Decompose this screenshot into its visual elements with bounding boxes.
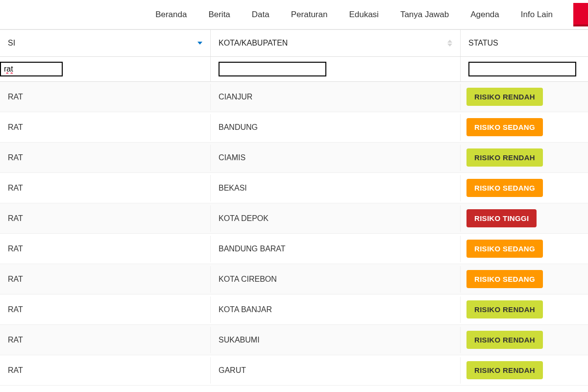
nav-red-button[interactable] <box>573 3 588 26</box>
header-kota-label: KOTA/KABUPATEN <box>219 39 288 48</box>
cell-provinsi: RAT <box>0 296 211 323</box>
cell-provinsi: RAT <box>0 175 211 201</box>
cell-provinsi: RAT <box>0 205 211 232</box>
cell-provinsi: RAT <box>0 114 211 141</box>
cell-status: RISIKO SEDANG <box>461 264 588 294</box>
table-row: RATCIAMISRISIKO RENDAH <box>0 143 588 173</box>
cell-provinsi: RAT <box>0 84 211 110</box>
cell-kota: KOTA BANJAR <box>211 296 461 323</box>
table-row: RATKOTA BANJARRISIKO RENDAH <box>0 294 588 325</box>
sort-both-icon <box>447 40 452 47</box>
table-row: RATBANDUNGRISIKO SEDANG <box>0 112 588 143</box>
table-row: RATKOTA DEPOKRISIKO TINGGI <box>0 203 588 234</box>
filter-row <box>0 57 588 82</box>
cell-status: RISIKO RENDAH <box>461 325 588 355</box>
status-badge[interactable]: RISIKO TINGGI <box>466 209 537 227</box>
nav-link-agenda[interactable]: Agenda <box>460 0 510 29</box>
cell-kota: GARUT <box>211 357 461 384</box>
status-badge[interactable]: RISIKO SEDANG <box>466 270 543 288</box>
cell-status: RISIKO RENDAH <box>461 143 588 172</box>
status-badge[interactable]: RISIKO SEDANG <box>466 179 543 197</box>
cell-status: RISIKO TINGGI <box>461 203 588 233</box>
cell-kota: BANDUNG <box>211 114 461 141</box>
filter-input-status[interactable] <box>468 62 576 76</box>
top-navbar: BerandaBeritaDataPeraturanEdukasiTanya J… <box>0 0 588 29</box>
filter-cell-kota <box>211 57 461 81</box>
header-provinsi[interactable]: SI <box>0 30 211 56</box>
nav-link-peraturan[interactable]: Peraturan <box>280 0 339 29</box>
header-provinsi-label: SI <box>8 39 15 48</box>
header-kota[interactable]: KOTA/KABUPATEN <box>211 30 461 56</box>
nav-link-edukasi[interactable]: Edukasi <box>338 0 389 29</box>
table-header-row: SI KOTA/KABUPATEN STATUS <box>0 30 588 57</box>
cell-provinsi: RAT <box>0 357 211 384</box>
filter-input-provinsi[interactable] <box>0 62 63 76</box>
nav-link-data[interactable]: Data <box>241 0 280 29</box>
nav-link-info-lain[interactable]: Info Lain <box>510 0 564 29</box>
cell-kota: CIAMIS <box>211 145 461 171</box>
cell-kota: BANDUNG BARAT <box>211 236 461 262</box>
filter-cell-status <box>461 57 588 81</box>
nav-link-beranda[interactable]: Beranda <box>145 0 197 29</box>
cell-kota: CIANJUR <box>211 84 461 110</box>
table-row: RATBEKASIRISIKO SEDANG <box>0 173 588 203</box>
table-row: RATBANDUNG BARATRISIKO SEDANG <box>0 234 588 264</box>
nav-link-tanya-jawab[interactable]: Tanya Jawab <box>390 0 460 29</box>
cell-kota: KOTA DEPOK <box>211 205 461 232</box>
status-badge[interactable]: RISIKO SEDANG <box>466 240 543 258</box>
cell-status: RISIKO SEDANG <box>461 173 588 203</box>
cell-provinsi: RAT <box>0 327 211 353</box>
table-row: RATGARUTRISIKO RENDAH <box>0 355 588 386</box>
status-badge[interactable]: RISIKO SEDANG <box>466 118 543 136</box>
filter-cell-provinsi <box>0 57 211 81</box>
cell-provinsi: RAT <box>0 236 211 262</box>
cell-status: RISIKO SEDANG <box>461 112 588 142</box>
status-badge[interactable]: RISIKO RENDAH <box>466 300 543 318</box>
nav-links: BerandaBeritaDataPeraturanEdukasiTanya J… <box>145 0 564 29</box>
header-status[interactable]: STATUS <box>461 30 588 56</box>
table-row: RATKOTA CIREBONRISIKO SEDANG <box>0 264 588 294</box>
cell-provinsi: RAT <box>0 145 211 171</box>
status-badge[interactable]: RISIKO RENDAH <box>466 148 543 167</box>
data-table: SI KOTA/KABUPATEN STATUS RATCIANJURRISIK… <box>0 29 588 386</box>
table-body: RATCIANJURRISIKO RENDAHRATBANDUNGRISIKO … <box>0 82 588 386</box>
cell-kota: BEKASI <box>211 175 461 201</box>
cell-status: RISIKO RENDAH <box>461 82 588 112</box>
cell-provinsi: RAT <box>0 266 211 293</box>
nav-link-berita[interactable]: Berita <box>197 0 241 29</box>
table-row: RATSUKABUMIRISIKO RENDAH <box>0 325 588 355</box>
cell-status: RISIKO RENDAH <box>461 294 588 324</box>
filter-input-kota[interactable] <box>219 62 326 76</box>
header-status-label: STATUS <box>468 39 498 48</box>
status-badge[interactable]: RISIKO RENDAH <box>466 331 543 349</box>
cell-kota: SUKABUMI <box>211 327 461 353</box>
status-badge[interactable]: RISIKO RENDAH <box>466 361 543 379</box>
cell-kota: KOTA CIREBON <box>211 266 461 293</box>
sort-down-icon <box>197 42 202 45</box>
table-row: RATCIANJURRISIKO RENDAH <box>0 82 588 112</box>
status-badge[interactable]: RISIKO RENDAH <box>466 88 543 106</box>
cell-status: RISIKO SEDANG <box>461 234 588 264</box>
cell-status: RISIKO RENDAH <box>461 355 588 385</box>
